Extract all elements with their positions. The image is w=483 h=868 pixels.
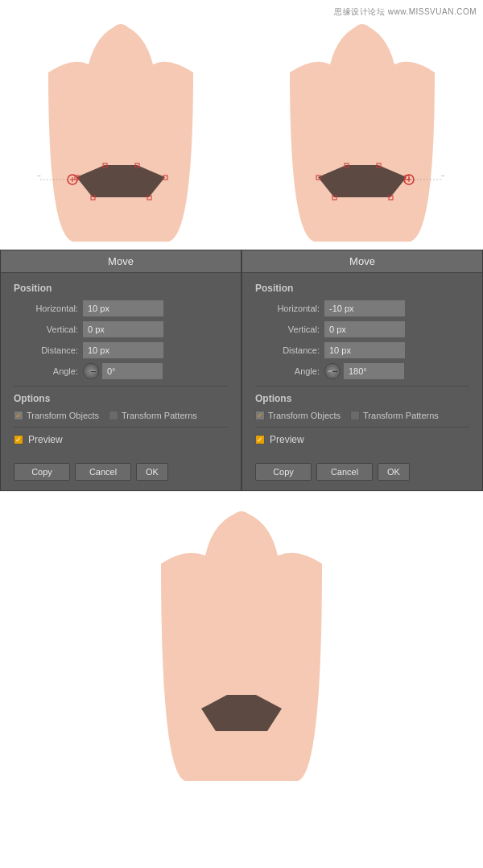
right-options-label: Options (255, 393, 469, 404)
left-vertical-label: Vertical: (14, 324, 78, 334)
left-vertical-input[interactable] (83, 321, 163, 337)
left-angle-dial[interactable] (83, 363, 99, 379)
right-distance-input[interactable] (324, 342, 405, 358)
left-cancel-button[interactable]: Cancel (75, 463, 131, 481)
right-copy-button[interactable]: Copy (255, 463, 312, 481)
left-transform-patterns-checkbox[interactable] (109, 411, 118, 420)
svg-text:–: – (37, 172, 41, 179)
left-position-label: Position (14, 283, 228, 294)
left-preview-checkbox[interactable]: ✓ (14, 435, 23, 444)
left-preview-label: Preview (28, 434, 63, 445)
left-transform-objects-option[interactable]: ✓ Transform Objects (14, 411, 99, 420)
bottom-shirt-svg (137, 499, 346, 797)
right-preview-row[interactable]: ✓ Preview (255, 434, 469, 445)
left-preview-row[interactable]: ✓ Preview (14, 434, 228, 445)
left-options-label: Options (14, 393, 228, 404)
left-distance-input[interactable] (83, 342, 163, 358)
right-angle-dial[interactable] (324, 363, 341, 379)
right-angle-input[interactable] (344, 363, 404, 379)
right-preview-checkbox[interactable]: ✓ (255, 435, 265, 444)
right-ok-button[interactable]: OK (378, 463, 410, 481)
svg-rect-30 (232, 511, 251, 548)
right-cancel-button[interactable]: Cancel (316, 463, 373, 481)
left-shirt-svg: – (24, 8, 217, 242)
svg-rect-13 (353, 24, 372, 56)
svg-point-26 (85, 366, 97, 377)
left-ok-button[interactable]: OK (136, 463, 168, 481)
right-illustration: – (242, 0, 483, 250)
left-dialog-title: Move (1, 250, 241, 273)
right-transform-patterns-checkbox[interactable] (350, 411, 360, 420)
left-distance-label: Distance: (14, 345, 78, 355)
right-preview-label: Preview (270, 434, 304, 445)
left-copy-button[interactable]: Copy (14, 463, 70, 481)
right-horizontal-input[interactable] (324, 300, 405, 316)
top-illustrations: – (0, 0, 483, 250)
left-move-dialog: Move Position Horizontal: Vertical: Dist… (0, 250, 242, 491)
right-transform-patterns-option[interactable]: Transform Patterns (350, 411, 439, 420)
bottom-illustration (0, 491, 483, 805)
right-shirt-svg: – (266, 8, 459, 242)
left-horizontal-label: Horizontal: (14, 304, 78, 313)
right-position-label: Position (255, 283, 469, 294)
left-transform-patterns-option[interactable]: Transform Patterns (109, 411, 197, 420)
svg-text:–: – (441, 172, 445, 179)
right-vertical-input[interactable] (324, 321, 405, 337)
dialog-row: Move Position Horizontal: Vertical: Dist… (0, 250, 483, 491)
right-dialog-buttons: Copy Cancel OK (242, 463, 482, 490)
right-move-dialog: Move Position Horizontal: Vertical: Dist… (242, 250, 483, 491)
left-angle-label: Angle: (14, 366, 78, 376)
left-illustration: – (0, 0, 242, 250)
left-angle-input[interactable] (102, 363, 163, 379)
right-angle-label: Angle: (255, 366, 320, 376)
right-transform-objects-checkbox[interactable]: ✓ (255, 411, 265, 420)
left-horizontal-input[interactable] (83, 300, 163, 316)
left-dialog-buttons: Copy Cancel OK (1, 463, 241, 490)
right-distance-label: Distance: (255, 345, 320, 355)
svg-rect-0 (111, 24, 130, 56)
left-transform-objects-checkbox[interactable]: ✓ (14, 411, 23, 420)
right-horizontal-label: Horizontal: (255, 304, 320, 313)
right-transform-objects-option[interactable]: ✓ Transform Objects (255, 411, 341, 420)
right-dialog-title: Move (242, 250, 482, 273)
right-vertical-label: Vertical: (255, 324, 320, 334)
